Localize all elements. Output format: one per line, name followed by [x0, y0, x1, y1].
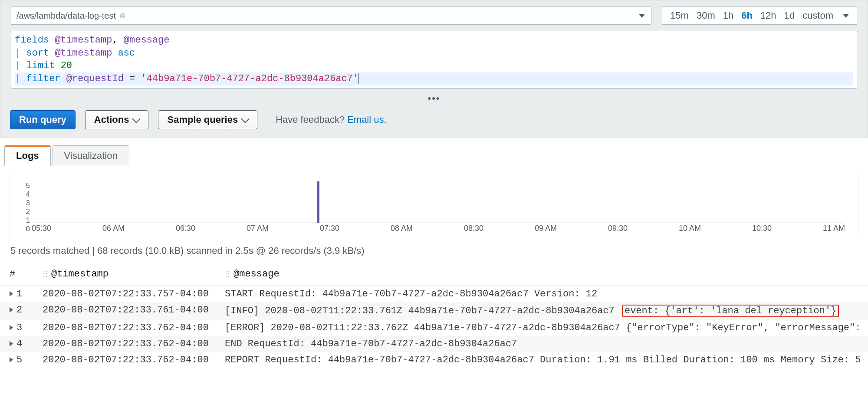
sample-queries-button[interactable]: Sample queries [158, 110, 257, 129]
chevron-down-icon [639, 14, 645, 18]
drag-handle-icon[interactable] [225, 270, 230, 278]
drag-handle-icon[interactable] [43, 270, 48, 278]
expand-row-icon[interactable] [10, 357, 13, 362]
cell-message: REPORT RequestId: 44b9a71e-70b7-4727-a2d… [221, 352, 868, 368]
x-tick-label: 07:30 [320, 224, 339, 233]
chevron-down-icon [843, 14, 849, 18]
expand-row-icon[interactable] [10, 325, 13, 330]
result-tabs: LogsVisualization [0, 138, 868, 166]
y-tick-label: 0 [22, 225, 30, 233]
cell-message: START RequestId: 44b9a71e-70b7-4727-a2dc… [221, 286, 868, 302]
y-tick-label: 3 [22, 199, 30, 207]
log-group-select[interactable]: /aws/lambda/data-log-test ⊗ [10, 7, 651, 25]
y-tick-label: 1 [22, 216, 30, 225]
remove-chip-icon[interactable]: ⊗ [119, 11, 126, 20]
x-tick-label: 06 AM [102, 224, 125, 233]
tab-visualization[interactable]: Visualization [53, 145, 129, 166]
x-tick-label: 09 AM [535, 224, 557, 233]
feedback-prompt: Have feedback? Email us. [276, 114, 386, 125]
row-index: 2 [16, 305, 22, 315]
table-row[interactable]: 32020-08-02T07:22:33.762-04:00[ERROR] 20… [0, 320, 868, 336]
x-tick-label: 09:30 [608, 224, 628, 233]
chart-y-axis: 543210 [22, 181, 30, 223]
chevron-down-icon [241, 115, 250, 123]
table-row[interactable]: 12020-08-02T07:22:33.757-04:00START Requ… [0, 286, 868, 302]
results-table: # @timestamp @message 12020-08-02T07:22:… [0, 264, 868, 368]
table-row[interactable]: 22020-08-02T07:22:33.761-04:00[INFO] 202… [0, 302, 868, 320]
x-tick-label: 10:30 [752, 224, 772, 233]
actions-button[interactable]: Actions [85, 110, 149, 129]
sample-queries-label: Sample queries [167, 114, 238, 125]
chart-x-axis: 05:3006 AM06:3007 AM07:3008 AM08:3009 AM… [32, 223, 845, 233]
x-tick-label: 08:30 [464, 224, 483, 233]
chart-bar [317, 181, 319, 223]
cell-message: [ERROR] 2020-08-02T11:22:33.762Z 44b9a71… [221, 320, 868, 336]
chevron-down-icon [132, 115, 141, 123]
table-row[interactable]: 52020-08-02T07:22:33.762-04:00REPORT Req… [0, 352, 868, 368]
log-group-label: /aws/lambda/data-log-test [16, 11, 116, 21]
feedback-link[interactable]: Email us. [347, 114, 386, 125]
column-header-timestamp[interactable]: @timestamp [39, 264, 221, 286]
time-range-picker[interactable]: 15m30m1h6h12h1dcustom [661, 7, 858, 25]
table-row[interactable]: 42020-08-02T07:22:33.762-04:00END Reques… [0, 336, 868, 352]
row-index: 3 [16, 322, 22, 333]
toolbar-row: /aws/lambda/data-log-test ⊗ 15m30m1h6h12… [10, 7, 858, 25]
expand-row-icon[interactable] [10, 341, 13, 346]
scan-summary: 5 records matched | 68 records (10.0 kB)… [0, 242, 868, 264]
y-tick-label: 4 [22, 190, 30, 199]
time-range-option-30m[interactable]: 30m [697, 10, 715, 21]
tab-logs[interactable]: Logs [4, 145, 51, 166]
actions-label: Actions [94, 114, 129, 125]
x-tick-label: 06:30 [176, 224, 195, 233]
cell-timestamp: 2020-08-02T07:22:33.762-04:00 [39, 352, 221, 368]
query-editor[interactable]: fields @timestamp, @message| sort @times… [10, 31, 858, 89]
column-header-message[interactable]: @message [221, 264, 868, 286]
time-range-option-1d[interactable]: 1d [784, 10, 795, 21]
cell-timestamp: 2020-08-02T07:22:33.757-04:00 [39, 286, 221, 302]
x-tick-label: 08 AM [391, 224, 413, 233]
cell-message: [INFO] 2020-08-02T11:22:33.761Z 44b9a71e… [221, 302, 868, 320]
x-tick-label: 10 AM [679, 224, 701, 233]
time-range-option-6h[interactable]: 6h [741, 10, 753, 21]
time-range-option-15m[interactable]: 15m [670, 10, 689, 21]
y-tick-label: 2 [22, 207, 30, 216]
action-row: Run query Actions Sample queries Have fe… [10, 110, 858, 129]
column-header-index[interactable]: # [0, 264, 39, 286]
x-tick-label: 05:30 [32, 224, 51, 233]
x-tick-label: 11 AM [823, 224, 845, 233]
log-group-chip: /aws/lambda/data-log-test ⊗ [16, 11, 126, 21]
column-header-message-label: @message [233, 269, 279, 279]
feedback-text: Have feedback? [276, 114, 345, 125]
time-range-option-12h[interactable]: 12h [760, 10, 776, 21]
highlighted-segment: event: {'art': 'lana del reyception'} [622, 305, 839, 317]
cell-timestamp: 2020-08-02T07:22:33.761-04:00 [39, 302, 221, 320]
cell-message: END RequestId: 44b9a71e-70b7-4727-a2dc-8… [221, 336, 868, 352]
expand-row-icon[interactable] [10, 291, 13, 296]
y-tick-label: 5 [22, 181, 30, 190]
chart-plot-area [32, 181, 845, 223]
time-range-option-1h[interactable]: 1h [723, 10, 733, 21]
run-query-button[interactable]: Run query [10, 110, 76, 129]
histogram-chart: 543210 05:3006 AM06:3007 AM07:3008 AM08:… [10, 175, 858, 238]
ellipsis-icon[interactable]: ••• [10, 93, 858, 104]
cell-timestamp: 2020-08-02T07:22:33.762-04:00 [39, 320, 221, 336]
row-index: 4 [16, 338, 22, 349]
expand-row-icon[interactable] [10, 307, 13, 312]
row-index: 1 [16, 289, 22, 299]
run-query-label: Run query [19, 114, 66, 125]
column-header-timestamp-label: @timestamp [51, 269, 108, 279]
row-index: 5 [16, 355, 22, 365]
query-toolbar: /aws/lambda/data-log-test ⊗ 15m30m1h6h12… [0, 0, 868, 138]
cell-timestamp: 2020-08-02T07:22:33.762-04:00 [39, 336, 221, 352]
x-tick-label: 07 AM [247, 224, 269, 233]
time-range-option-custom[interactable]: custom [802, 10, 833, 21]
